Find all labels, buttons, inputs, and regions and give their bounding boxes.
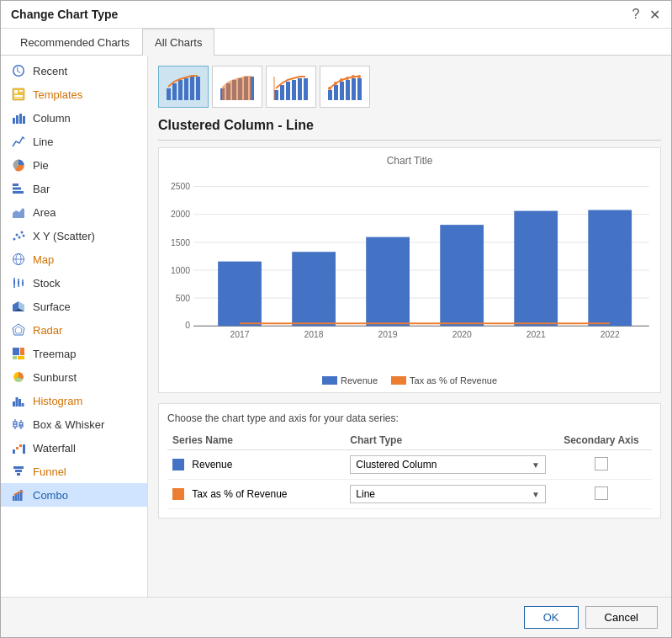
line-icon xyxy=(11,134,26,149)
bar-2018 xyxy=(292,252,336,326)
series-revenue-dropdown[interactable]: Clustered Column ▼ xyxy=(350,455,546,474)
sidebar-item-recent-label: Recent xyxy=(33,65,67,77)
svg-rect-41 xyxy=(22,403,24,407)
svg-rect-83 xyxy=(340,82,344,100)
sidebar-item-boxwhisker[interactable]: Box & Whisker xyxy=(1,412,147,436)
col-chart-type: Chart Type xyxy=(345,431,551,450)
legend-tax: Tax as % of Revenue xyxy=(391,375,497,385)
templates-icon xyxy=(11,87,26,102)
svg-rect-55 xyxy=(15,470,22,472)
svg-point-15 xyxy=(16,234,19,237)
svg-rect-74 xyxy=(274,90,278,100)
legend-revenue-color xyxy=(322,376,337,385)
svg-rect-5 xyxy=(13,118,15,124)
chart-legend: Revenue Tax as % of Revenue xyxy=(166,375,653,385)
title-bar-buttons: ? ✕ xyxy=(629,8,661,21)
svg-text:1500: 1500 xyxy=(171,238,190,247)
boxwhisker-icon xyxy=(11,417,26,432)
help-button[interactable]: ? xyxy=(629,8,643,21)
svg-rect-61 xyxy=(167,88,171,100)
sidebar-item-templates-label: Templates xyxy=(33,88,82,101)
tab-recommended[interactable]: Recommended Charts xyxy=(8,29,142,56)
series-revenue-chart-type: Clustered Column ▼ xyxy=(345,450,551,480)
svg-text:2021: 2021 xyxy=(526,330,546,339)
selected-chart-title: Clustered Column - Line xyxy=(158,118,661,133)
svg-rect-6 xyxy=(16,115,19,124)
sidebar-item-treemap[interactable]: Treemap xyxy=(1,342,147,365)
svg-rect-75 xyxy=(280,85,284,100)
sidebar-item-stock[interactable]: Stock xyxy=(1,271,147,295)
sidebar-item-recent[interactable]: Recent xyxy=(1,59,147,82)
chart-icon-combo1[interactable] xyxy=(158,66,209,108)
dialog-title: Change Chart Type xyxy=(11,8,118,21)
svg-text:2019: 2019 xyxy=(378,330,398,339)
main-content: Recent Templates Column Line xyxy=(1,56,671,597)
svg-point-91 xyxy=(352,75,355,78)
stock-icon xyxy=(11,275,26,290)
table-row: Tax as % of Revenue Line ▼ xyxy=(167,480,652,509)
svg-text:0: 0 xyxy=(185,321,190,330)
sidebar-item-pie[interactable]: Pie xyxy=(1,153,147,177)
bar-2017 xyxy=(218,262,262,327)
chart-inner-title: Chart Title xyxy=(166,155,653,167)
chart-icon-combo4[interactable] xyxy=(320,66,370,108)
chart-icon-combo2[interactable] xyxy=(212,66,262,108)
svg-rect-50 xyxy=(13,449,15,454)
chart-icon-combo3[interactable] xyxy=(266,66,316,108)
sidebar-item-surface[interactable]: Surface xyxy=(1,295,147,318)
sidebar-item-area[interactable]: Area xyxy=(1,200,147,224)
sidebar-item-histogram[interactable]: Histogram xyxy=(1,389,147,412)
series-table: Series Name Chart Type Secondary Axis Re… xyxy=(167,431,652,509)
sidebar-item-templates[interactable]: Templates xyxy=(1,82,147,106)
dialog-footer: OK Cancel xyxy=(1,597,671,637)
tab-all-charts[interactable]: All Charts xyxy=(142,29,214,56)
chart-svg: 2500 2000 1500 1000 500 0 xyxy=(166,170,653,347)
svg-rect-1 xyxy=(14,90,18,93)
sidebar-item-sunburst[interactable]: Sunburst xyxy=(1,365,147,389)
legend-tax-color xyxy=(391,376,406,385)
svg-rect-33 xyxy=(13,348,19,355)
sidebar-item-stock-label: Stock xyxy=(33,277,61,290)
svg-rect-54 xyxy=(13,466,24,469)
sidebar-item-map[interactable]: Map xyxy=(1,247,147,271)
ok-button[interactable]: OK xyxy=(524,606,579,629)
sidebar-item-radar[interactable]: Radar xyxy=(1,318,147,342)
chevron-down-icon-2: ▼ xyxy=(532,490,540,499)
series-tax-checkbox[interactable] xyxy=(595,486,608,500)
sidebar-item-bar[interactable]: Bar xyxy=(1,177,147,200)
sidebar-item-area-label: Area xyxy=(33,206,56,219)
svg-text:2000: 2000 xyxy=(171,210,190,219)
svg-rect-85 xyxy=(352,78,356,100)
series-tax-dropdown[interactable]: Line ▼ xyxy=(350,485,546,503)
sidebar-item-scatter[interactable]: X Y (Scatter) xyxy=(1,224,147,247)
scatter-icon xyxy=(11,228,26,243)
sidebar-item-line[interactable]: Line xyxy=(1,130,147,153)
svg-point-17 xyxy=(21,231,24,234)
series-section: Choose the chart type and axis for your … xyxy=(158,403,661,518)
svg-rect-57 xyxy=(13,496,15,501)
sidebar-item-column[interactable]: Column xyxy=(1,106,147,130)
waterfall-icon xyxy=(11,440,26,455)
close-button[interactable]: ✕ xyxy=(648,8,661,21)
sidebar-item-pie-label: Pie xyxy=(33,159,49,172)
sidebar-item-combo[interactable]: Combo xyxy=(1,483,147,507)
svg-rect-62 xyxy=(172,83,177,100)
cancel-button[interactable]: Cancel xyxy=(585,606,658,629)
bar-2019 xyxy=(366,237,410,327)
svg-text:500: 500 xyxy=(176,294,191,303)
svg-point-87 xyxy=(328,87,331,90)
sidebar-item-waterfall[interactable]: Waterfall xyxy=(1,436,147,460)
chevron-down-icon: ▼ xyxy=(532,460,540,470)
bar-2021 xyxy=(514,211,558,327)
series-revenue-name: Revenue xyxy=(167,450,345,480)
svg-rect-52 xyxy=(19,444,22,447)
series-revenue-checkbox[interactable] xyxy=(595,457,608,471)
histogram-icon xyxy=(11,393,26,408)
svg-rect-3 xyxy=(14,95,23,97)
series-tax-axis xyxy=(551,480,652,509)
legend-revenue-label: Revenue xyxy=(341,375,378,385)
series-tax-chart-type: Line ▼ xyxy=(345,480,551,509)
series-tax-name: Tax as % of Revenue xyxy=(167,480,345,509)
svg-rect-38 xyxy=(13,401,15,407)
sidebar-item-funnel[interactable]: Funnel xyxy=(1,460,147,483)
